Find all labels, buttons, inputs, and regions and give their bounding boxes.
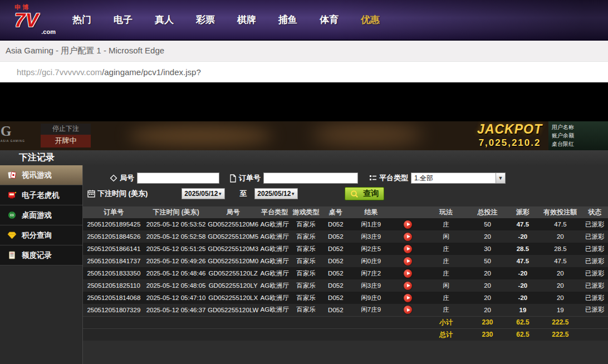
date-to-select[interactable]: 2025/05/12 ▼ (254, 188, 298, 199)
col-bet-time: 下注时间 (美东) (145, 206, 208, 218)
replay-play-icon[interactable] (404, 269, 412, 278)
cell-round-id: GD052255120LW (207, 304, 259, 316)
subtotal-status-spacer (582, 316, 608, 328)
replay-play-icon[interactable] (404, 282, 412, 290)
cell-replay (392, 255, 423, 267)
cell-status: 已派彩 (582, 255, 608, 267)
total-payout: 62.5 (507, 328, 539, 341)
total-label: 总计 (424, 328, 469, 341)
cell-bet-time: 2025-05-12 05:53:52 (145, 218, 208, 230)
sidebar-item-points-query[interactable]: 积分查询 (0, 225, 82, 245)
window-title: Asia Gaming - 用户配置 1 - Microsoft Edge (6, 46, 164, 56)
order-number-label: 订单号 (239, 173, 261, 183)
document-icon (7, 250, 17, 260)
nav-item-sports[interactable]: 体育 (308, 13, 350, 26)
sidebar-item-live-games[interactable]: 视讯游戏 (0, 165, 82, 185)
cell-status: 已派彩 (582, 243, 608, 255)
platform-type-select[interactable]: 1.全部 ▼ (411, 173, 506, 184)
order-number-input[interactable] (263, 173, 358, 184)
cell-valid-bet: 28.5 (539, 243, 581, 255)
cell-round-id: GD052255120M0 (207, 255, 259, 267)
cell-total-bet: 20 (468, 230, 506, 243)
sidebar-item-slot-machines[interactable]: 电子老虎机 (0, 185, 82, 205)
cell-total-bet: 20 (468, 279, 506, 292)
cell-replay (392, 279, 423, 292)
bet-records-table: 订单号 下注时间 (美东) 局号 平台类型 游戏类型 桌号 结果 玩法 总投注 … (83, 206, 608, 341)
cell-total-bet: 50 (468, 218, 506, 230)
nav-item-lottery[interactable]: 彩票 (185, 13, 226, 26)
sidebar-item-credit-records[interactable]: 额度记录 (0, 245, 82, 265)
replay-play-icon[interactable] (404, 294, 412, 302)
col-order-id: 订单号 (83, 206, 145, 218)
cell-play: 闲 (424, 279, 469, 292)
cell-valid-bet: 47.5 (539, 218, 581, 230)
cell-status: 已派彩 (582, 230, 608, 243)
site-logo[interactable]: 申博 7V .com (14, 4, 56, 35)
panel-title: 下注记录 (0, 150, 608, 165)
sidebar: 视讯游戏 电子老虎机 桌面游戏 (0, 165, 83, 364)
replay-play-icon[interactable] (404, 306, 412, 314)
banner-light-blur (128, 126, 273, 146)
cell-result: 闲2庄5 (350, 243, 392, 255)
cell-order-id: 250512051825110 (83, 279, 145, 292)
filter-row-2: 下注时间 (美东) 2025/05/12 ▼ 至 2025/05/12 ▼ (87, 188, 608, 200)
replay-play-icon[interactable] (404, 220, 412, 229)
nav-item-live[interactable]: 真人 (144, 13, 185, 26)
logo-7v-text: 7V (14, 11, 56, 29)
cell-bet-time: 2025-05-12 05:48:46 (145, 267, 208, 279)
content-area: 局号 订单号 平台类型 1.全部 ▼ (83, 165, 608, 364)
cell-platform: AG欧洲厅 (259, 218, 290, 230)
sidebar-item-table-games[interactable]: 桌面游戏 (0, 205, 82, 225)
jackpot-title: JACKPOT (477, 122, 542, 137)
replay-play-icon[interactable] (404, 245, 412, 253)
platform-type-value: 1.全部 (411, 174, 496, 183)
magnifier-icon (350, 190, 359, 198)
nav-item-hot[interactable]: 热门 (61, 13, 102, 26)
cell-replay (392, 230, 423, 243)
cell-result: 闲7庄9 (350, 304, 392, 316)
cell-result: 闲3庄9 (350, 279, 392, 292)
cell-game-type: 百家乐 (290, 230, 321, 243)
date-to-label: 至 (239, 189, 247, 199)
bet-status-box: 停止下注 开牌中 (41, 124, 91, 147)
window-titlebar: Asia Gaming - 用户配置 1 - Microsoft Edge (0, 41, 608, 61)
cell-play: 庄 (424, 243, 469, 255)
cell-table-id: D052 (322, 279, 350, 292)
gem-icon (7, 230, 17, 240)
bet-time-label: 下注时间 (美东) (97, 189, 148, 199)
banner-light-blur (312, 124, 423, 146)
date-from-select[interactable]: 2025/05/12 ▼ (182, 188, 225, 199)
cell-round-id: GD052255120M5 (207, 230, 259, 243)
table-row: 250512051895425 2025-05-12 05:53:52 GD05… (83, 218, 608, 230)
cell-payout: -20 (507, 279, 539, 292)
cell-valid-bet: 47.5 (539, 255, 581, 267)
sidebar-item-label: 积分查询 (22, 230, 52, 240)
nav-item-promo[interactable]: 优惠 (350, 13, 391, 26)
sidebar-item-label: 电子老虎机 (22, 190, 60, 200)
nav-item-cards[interactable]: 棋牌 (226, 13, 267, 26)
browser-address-bar[interactable]: https://gci.7vvvvvv.com/agingame/pcv1/in… (0, 61, 608, 82)
cell-bet-time: 2025-05-12 05:52:58 (145, 230, 208, 243)
search-button[interactable]: 查询 (345, 187, 384, 200)
cell-round-id: GD052255120LZ (207, 267, 259, 279)
subtotal-label: 小计 (424, 316, 469, 328)
col-table-id: 桌号 (322, 206, 350, 218)
replay-play-icon[interactable] (404, 257, 412, 265)
subtotal-total-bet: 230 (468, 316, 506, 328)
cell-replay (392, 267, 423, 279)
cell-status: 已派彩 (582, 267, 608, 279)
account-info-panel: 用户名称 账户余额 桌台限红 (548, 121, 608, 150)
cell-play: 庄 (424, 304, 469, 316)
nav-item-slots[interactable]: 电子 (102, 13, 144, 26)
col-round-id: 局号 (207, 206, 259, 218)
cell-platform: AG欧洲厅 (259, 292, 290, 304)
cell-status: 已派彩 (582, 279, 608, 292)
nav-item-fishing[interactable]: 捕鱼 (267, 13, 308, 26)
slot-machine-icon (7, 190, 17, 200)
cell-result: 闲9庄0 (350, 292, 392, 304)
replay-play-icon[interactable] (404, 233, 412, 241)
dealing-label: 开牌中 (41, 135, 91, 147)
cell-table-id: D052 (322, 304, 350, 316)
table-row: 250512051866141 2025-05-12 05:51:25 GD05… (83, 243, 608, 255)
round-number-input[interactable] (137, 173, 219, 184)
